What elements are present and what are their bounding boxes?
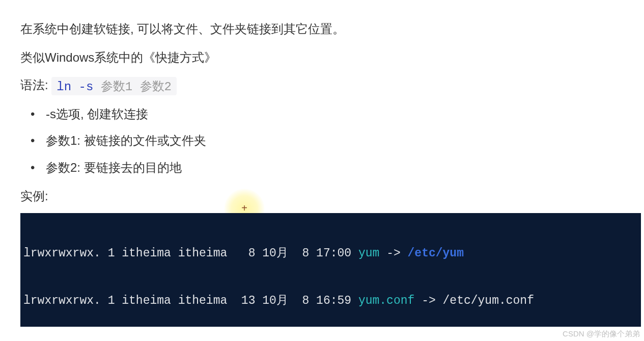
watermark-text: CSDN @学的像个弟弟 — [563, 329, 640, 339]
example-label: 实例: — [20, 187, 624, 206]
terminal-row: lrwxrwxrwx. 1 itheima itheima 13 10月 8 1… — [23, 293, 638, 309]
option-item: 参数1: 被链接的文件或文件夹 — [25, 131, 624, 150]
arrow-text: -> — [379, 247, 407, 260]
option-item: 参数2: 要链接去的目的地 — [25, 158, 624, 177]
syntax-arg1: 参数1 — [101, 80, 132, 94]
syntax-label: 语法: — [20, 78, 51, 92]
syntax-line: 语法: ln -s 参数1 参数2 — [20, 77, 624, 95]
terminal-row: lrwxrwxrwx. 1 itheima itheima 8 10月 8 17… — [23, 246, 638, 261]
link-target: /etc/yum — [408, 247, 464, 260]
link-name: yum.conf — [358, 294, 414, 307]
syntax-cmd: ln -s — [57, 80, 93, 94]
option-item: -s选项, 创建软连接 — [25, 104, 624, 124]
perm-text: lrwxrwxrwx. 1 itheima itheima 13 10月 8 1… — [23, 294, 358, 307]
syntax-box: ln -s 参数1 参数2 — [51, 77, 177, 95]
arrow-text: -> — [414, 294, 442, 307]
terminal-output: lrwxrwxrwx. 1 itheima itheima 8 10月 8 17… — [20, 213, 641, 327]
link-name: yum — [358, 247, 379, 260]
link-target: /etc/yum.conf — [443, 294, 534, 307]
intro-line-2: 类似Windows系统中的《快捷方式》 — [20, 48, 624, 67]
options-list: -s选项, 创建软连接 参数1: 被链接的文件或文件夹 参数2: 要链接去的目的… — [20, 104, 624, 177]
perm-text: lrwxrwxrwx. 1 itheima itheima 8 10月 8 17… — [23, 247, 358, 260]
intro-line-1: 在系统中创建软链接, 可以将文件、文件夹链接到其它位置。 — [20, 19, 624, 39]
syntax-arg2: 参数2 — [140, 80, 172, 94]
